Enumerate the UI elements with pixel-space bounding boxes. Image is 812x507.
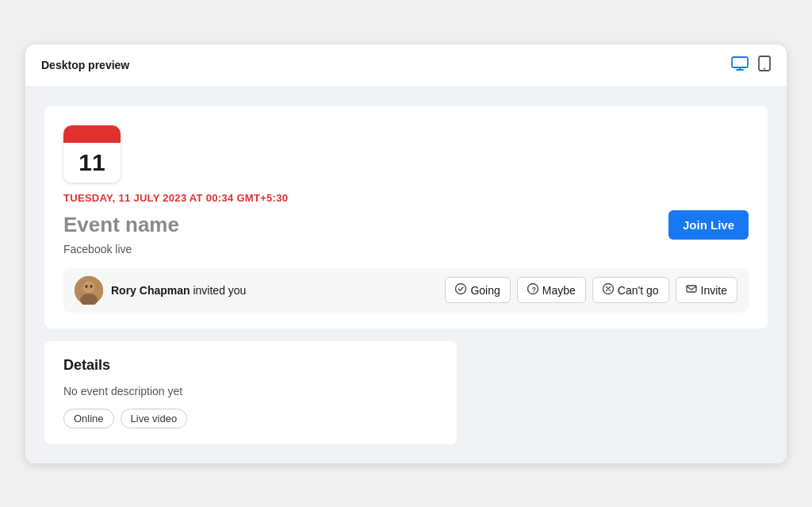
tag-live-video: Live video [121,409,188,428]
invite-icon [686,283,697,297]
avatar [75,276,103,305]
join-live-button[interactable]: Join Live [668,210,749,240]
svg-point-7 [86,285,88,288]
svg-point-8 [90,285,93,288]
invite-bar: Rory Chapman invited you [63,268,749,313]
device-icons [731,56,771,75]
svg-point-2 [764,67,765,69]
going-check-icon [455,283,466,297]
calendar-icon-wrapper: 11 [63,125,749,182]
tag-online: Online [63,409,114,428]
calendar-icon: 11 [63,125,121,182]
tags: Online Live video [63,409,438,428]
event-subtitle: Facebook live [63,243,749,255]
event-date: TUESDAY, 11 JULY 2023 AT 00:34 GMT+5:30 [63,192,749,204]
preview-card: Desktop preview [25,44,787,463]
svg-rect-0 [732,57,748,67]
preview-body: 11 TUESDAY, 11 JULY 2023 AT 00:34 GMT+5:… [25,87,787,463]
event-name: Event name [63,213,179,237]
invite-button[interactable]: Invite [676,277,737,303]
preview-header: Desktop preview [25,44,787,87]
inviter-name: Rory Chapman [111,284,190,297]
maybe-button[interactable]: ? Maybe [517,277,586,303]
desktop-icon[interactable] [731,56,749,75]
event-header-row: Event name Join Live [63,210,749,240]
maybe-label: Maybe [542,284,576,297]
maybe-icon: ? [527,283,538,297]
svg-rect-13 [687,286,696,292]
event-card: 11 TUESDAY, 11 JULY 2023 AT 00:34 GMT+5:… [44,106,768,328]
inviter-info: Rory Chapman invited you [75,276,246,305]
cant-go-icon [603,283,614,297]
details-title: Details [63,357,438,374]
going-label: Going [470,284,500,297]
inviter-text: Rory Chapman invited you [111,284,246,297]
tablet-icon[interactable] [758,56,771,75]
invite-label: Invite [701,284,727,297]
cant-go-label: Can't go [618,284,659,297]
calendar-day: 11 [63,143,121,182]
details-card: Details No event description yet Online … [44,341,457,444]
rsvp-buttons: Going ? Maybe [445,277,737,303]
outer-container: Desktop preview [0,0,812,507]
svg-point-9 [456,284,466,294]
invite-text: invited you [193,284,246,297]
going-button[interactable]: Going [445,277,510,303]
cant-go-button[interactable]: Can't go [592,277,669,303]
details-description: No event description yet [63,385,438,398]
preview-title: Desktop preview [41,59,129,71]
svg-text:?: ? [531,286,536,294]
calendar-top [63,125,121,143]
